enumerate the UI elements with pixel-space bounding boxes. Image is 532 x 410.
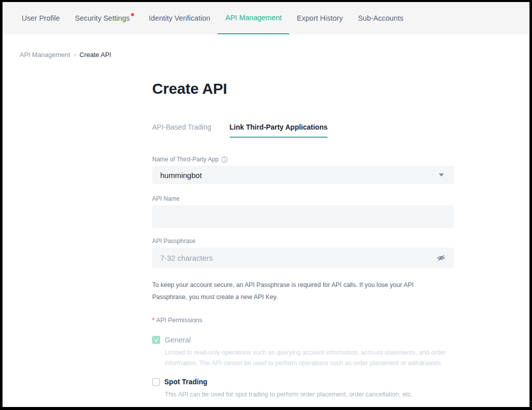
general-checkbox	[152, 336, 160, 344]
api-passphrase-field	[152, 248, 454, 268]
nav-item-label: User Profile	[22, 14, 60, 22]
api-passphrase-input[interactable]	[152, 248, 435, 268]
api-name-input[interactable]	[152, 205, 454, 228]
notification-dot-icon	[131, 13, 134, 16]
tab-api-based-trading[interactable]: API-Based Trading	[152, 123, 212, 138]
nav-item-security-settings[interactable]: Security Settings	[68, 2, 142, 34]
nav-item-api-management[interactable]: API Management	[218, 2, 289, 34]
nav-item-label: API Management	[225, 14, 282, 22]
tab-link-third-party-applications[interactable]: Link Third-Party Applications	[230, 123, 328, 138]
selected-app-value: hummingbot	[160, 171, 202, 180]
permission-description: This API can be used for spot trading to…	[165, 389, 450, 400]
breadcrumb-parent-link[interactable]: API Management	[20, 51, 70, 58]
permission-description: Limited to read-only operations such as …	[165, 347, 450, 369]
permission-name: General	[165, 336, 191, 344]
nav-item-user-profile[interactable]: User Profile	[14, 2, 68, 34]
spot-trading-checkbox[interactable]	[152, 378, 160, 386]
nav-item-label: Security Settings	[75, 14, 130, 22]
nav-item-export-history[interactable]: Export History	[289, 2, 350, 34]
breadcrumb-current: Create API	[80, 51, 111, 58]
passphrase-note: To keep your account secure, an API Pass…	[152, 279, 449, 303]
third-party-app-label: Name of Third-Party App	[152, 156, 454, 163]
account-nav: User Profile Security Settings Identity …	[3, 2, 529, 34]
permission-general: General Limited to read-only operations …	[152, 336, 454, 369]
api-name-label: API Name	[152, 195, 454, 202]
permission-name: Spot Trading	[164, 378, 208, 386]
info-circle-icon[interactable]	[221, 156, 228, 163]
api-permissions-label: *API Permissions	[152, 317, 454, 324]
page-title: Create API	[152, 80, 454, 98]
field-label-text: Name of Third-Party App	[152, 156, 219, 163]
chevron-right-icon: ›	[74, 51, 76, 58]
chevron-down-icon	[439, 173, 444, 177]
api-passphrase-label: API Passphrase	[152, 238, 454, 245]
eye-off-icon[interactable]	[435, 252, 447, 264]
required-asterisk: *	[152, 317, 155, 324]
field-label-text: API Name	[152, 195, 180, 202]
permission-spot-trading: Spot Trading This API can be used for sp…	[152, 378, 454, 400]
field-label-text: API Permissions	[156, 317, 203, 324]
nav-item-sub-accounts[interactable]: Sub-Accounts	[350, 2, 411, 34]
check-icon	[154, 337, 159, 343]
nav-item-label: Identity Verification	[149, 14, 211, 22]
create-api-tabs: API-Based Trading Link Third-Party Appli…	[152, 123, 454, 138]
nav-item-identity-verification[interactable]: Identity Verification	[142, 2, 218, 34]
account-page: User Profile Security Settings Identity …	[0, 0, 532, 410]
breadcrumb: API Management › Create API	[20, 51, 529, 58]
third-party-app-select[interactable]: hummingbot	[152, 166, 454, 184]
field-label-text: API Passphrase	[152, 238, 195, 245]
nav-item-label: Sub-Accounts	[358, 14, 403, 22]
nav-item-label: Export History	[297, 14, 343, 22]
